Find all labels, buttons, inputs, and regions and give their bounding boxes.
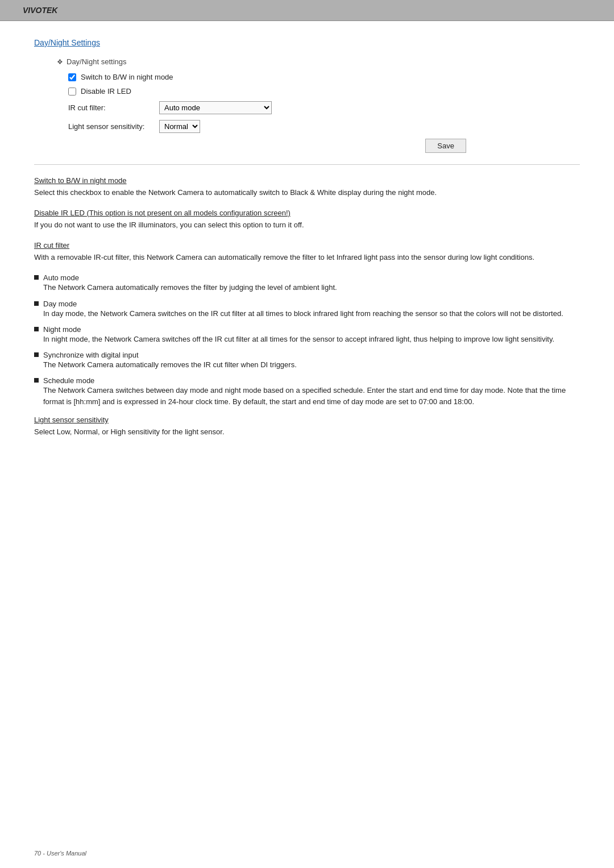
bullet-schedule-mode: Schedule mode The Network Camera switche… [34,376,580,408]
ir-cut-filter-label: IR cut filter: [68,103,154,112]
bullet-day-mode-title: Day mode [43,300,580,308]
section-disable-ir-body: If you do not want to use the IR illumin… [34,219,580,231]
light-sensor-row: Light sensor sensitivity: Low Normal Hig… [68,120,580,133]
divider [34,164,580,165]
save-row: Save [57,139,466,153]
bullet-square-icon [34,327,39,331]
section-switch-bw-body: Select this checkbox to enable the Netwo… [34,187,580,198]
bullet-square-icon [34,275,39,280]
gear-icon: ❖ [57,58,63,66]
section-disable-ir-heading: Disable IR LED (This option is not prese… [34,209,580,217]
switch-bw-row: Switch to B/W in night mode [68,73,580,81]
bullet-square-icon [34,352,39,357]
disable-ir-row: Disable IR LED [68,87,580,95]
bullet-section: Auto mode The Network Camera automatical… [34,273,580,408]
section-light-sensor-heading: Light sensor sensitivity [34,416,580,424]
disable-ir-checkbox[interactable] [68,88,76,95]
section-switch-bw: Switch to B/W in night mode Select this … [34,176,580,198]
bullet-sync-digital: Synchronize with digital input The Netwo… [34,351,580,371]
section-ir-cut-filter-body: With a removable IR-cut filter, this Net… [34,252,580,263]
bullet-day-mode-desc: In day mode, the Network Camera switches… [43,309,563,318]
vivotek-logo: VIVOTEK [23,6,57,15]
disable-ir-label: Disable IR LED [81,87,131,95]
bullet-schedule-mode-desc: The Network Camera switches between day … [43,386,566,406]
bullet-auto-mode: Auto mode The Network Camera automatical… [34,273,580,293]
bullet-auto-mode-desc: The Network Camera automatically removes… [43,283,337,292]
ir-cut-filter-select[interactable]: Auto mode Day mode Night mode Synchroniz… [159,101,272,114]
footer-text: 70 - User's Manual [34,850,86,857]
section-ir-cut-filter-heading: IR cut filter [34,241,580,250]
section-light-sensor: Light sensor sensitivity Select Low, Nor… [34,416,580,438]
settings-panel-title: ❖ Day/Night settings [57,57,580,66]
section-ir-cut-filter: IR cut filter With a removable IR-cut fi… [34,241,580,263]
bullet-auto-mode-title: Auto mode [43,273,580,282]
bullet-day-mode: Day mode In day mode, the Network Camera… [34,300,580,319]
light-sensor-label: Light sensor sensitivity: [68,122,154,131]
settings-panel: ❖ Day/Night settings Switch to B/W in ni… [57,57,580,153]
save-button[interactable]: Save [425,139,466,153]
bullet-night-mode-title: Night mode [43,325,580,334]
bullet-sync-digital-title: Synchronize with digital input [43,351,580,359]
bullet-schedule-mode-title: Schedule mode [43,376,580,385]
bullet-square-icon [34,378,39,383]
section-switch-bw-heading: Switch to B/W in night mode [34,176,580,185]
bullet-square-icon [34,301,39,306]
light-sensor-select[interactable]: Low Normal High [159,120,200,133]
page-title-link[interactable]: Day/Night Settings [34,38,100,47]
switch-bw-label: Switch to B/W in night mode [81,73,173,81]
bullet-sync-digital-desc: The Network Camera automatically removes… [43,360,297,369]
section-light-sensor-body: Select Low, Normal, or High sensitivity … [34,426,580,438]
bullet-night-mode: Night mode In night mode, the Network Ca… [34,325,580,345]
bullet-night-mode-desc: In night mode, the Network Camera switch… [43,335,554,343]
section-disable-ir: Disable IR LED (This option is not prese… [34,209,580,231]
switch-bw-checkbox[interactable] [68,73,76,81]
ir-cut-filter-row: IR cut filter: Auto mode Day mode Night … [68,101,580,114]
